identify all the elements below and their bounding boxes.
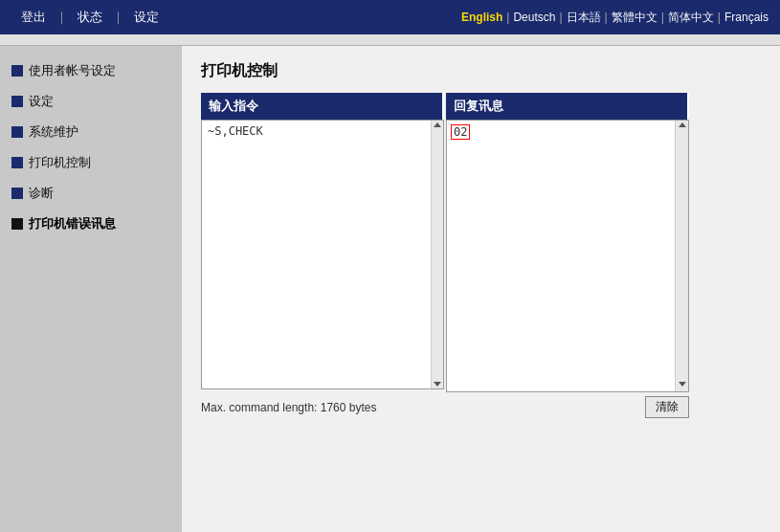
command-input[interactable] [202,121,431,388]
response-scroll-up-arrow[interactable] [679,122,686,127]
main-wrapper: 使用者帐号设定 设定 系统维护 打印机控制 诊断 打印机错误讯息 打印机控制 输 [0,46,780,532]
textarea-row: 02 [201,120,689,392]
sidebar-label-maintenance: 系统维护 [29,123,78,141]
sidebar-item-user-account[interactable]: 使用者帐号设定 [0,55,182,86]
response-column-header: 回复讯息 [446,93,689,120]
sidebar-icon-user-account [11,65,23,77]
response-area: 02 [446,120,689,392]
sidebar-label-printer-control: 打印机控制 [29,154,91,171]
sidebar-item-settings[interactable]: 设定 [0,86,182,117]
response-output[interactable] [447,121,675,388]
lang-traditional-chinese[interactable]: 繁體中文 [612,10,657,26]
input-container [201,120,444,389]
sidebar-label-settings: 设定 [29,93,54,110]
response-container: 02 [446,120,689,392]
nav-divider-1: ｜ [56,9,68,26]
sidebar-label-error-messages: 打印机错误讯息 [29,215,116,233]
sidebar-icon-printer-control [11,157,23,168]
content-area: 打印机控制 输入指令 回复讯息 [182,46,780,532]
lang-deutsch[interactable]: Deutsch [513,11,555,24]
nav-settings[interactable]: 设定 [124,9,168,26]
sidebar-item-diagnostics[interactable]: 诊断 [0,178,182,209]
scroll-down-arrow[interactable] [434,382,441,387]
response-value-box: 02 [451,124,470,140]
lang-simplified-chinese[interactable]: 简体中文 [668,10,714,26]
sidebar-item-error-messages[interactable]: 打印机错误讯息 [0,209,182,239]
max-length-text: Max. command length: 1760 bytes [201,401,376,414]
sidebar-icon-maintenance [11,126,23,138]
clear-button[interactable]: 清除 [645,396,689,418]
sub-strip [0,34,780,46]
top-navigation: 登出 ｜ 状态 ｜ 设定 English | Deutsch | 日本語 | 繁… [0,0,780,34]
page-title: 打印机控制 [201,61,761,81]
lang-japanese[interactable]: 日本語 [567,10,601,26]
sidebar-label-user-account: 使用者帐号设定 [29,62,116,79]
scroll-up-arrow[interactable] [434,122,441,127]
sidebar-icon-error-messages [11,218,23,230]
response-scroll-down-arrow[interactable] [679,382,686,387]
sidebar-item-maintenance[interactable]: 系统维护 [0,117,182,147]
response-inner: 02 [447,121,675,391]
footer-row: Max. command length: 1760 bytes 清除 [201,396,689,418]
sidebar: 使用者帐号设定 设定 系统维护 打印机控制 诊断 打印机错误讯息 [0,46,182,532]
input-scrollbar[interactable] [431,121,443,388]
input-area [201,120,444,392]
nav-left: 登出 ｜ 状态 ｜ 设定 [11,9,168,26]
input-column-header: 输入指令 [201,93,444,120]
nav-divider-2: ｜ [112,9,124,26]
lang-francais[interactable]: Français [724,11,769,24]
sidebar-icon-settings [11,96,23,107]
sidebar-label-diagnostics: 诊断 [29,185,54,202]
response-scrollbar[interactable] [675,121,688,391]
lang-english[interactable]: English [461,11,502,24]
nav-status[interactable]: 状态 [68,9,112,26]
sidebar-item-printer-control[interactable]: 打印机控制 [0,147,182,178]
language-selector: English | Deutsch | 日本語 | 繁體中文 | 简体中文 | … [461,10,769,26]
column-headers: 输入指令 回复讯息 [201,93,689,120]
nav-logout[interactable]: 登出 [11,9,56,26]
sidebar-icon-diagnostics [11,188,23,199]
